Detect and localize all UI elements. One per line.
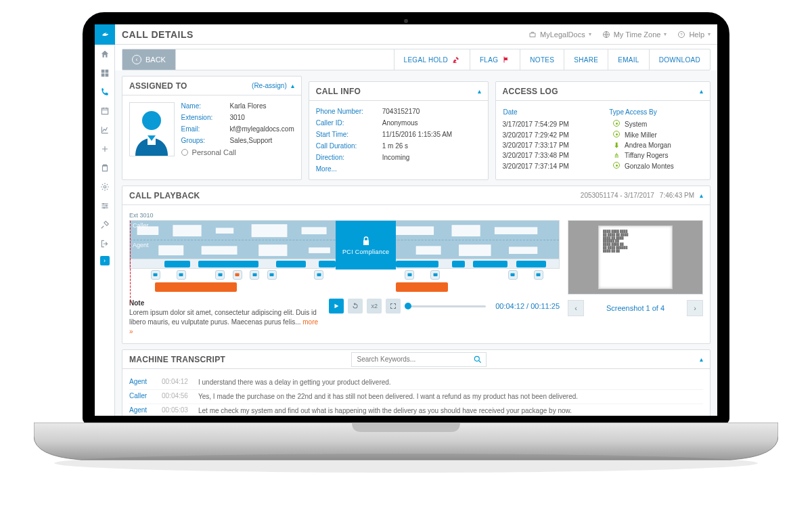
marker[interactable] [430, 270, 440, 280]
sidebar-home-icon[interactable] [95, 45, 115, 64]
marker[interactable] [405, 270, 414, 280]
sidebar-logout-icon[interactable] [95, 234, 115, 253]
svg-rect-23 [416, 246, 441, 255]
access-by: Andrea Morgan [625, 140, 703, 150]
note-text: Lorem ipsum dolor sit amet, consectetur … [129, 309, 317, 326]
expand-button[interactable] [386, 299, 401, 314]
transcript-search-input[interactable] [351, 352, 487, 367]
collapse-icon[interactable]: ▴ [478, 87, 481, 95]
sidebar-phone-icon[interactable] [95, 83, 115, 102]
personal-call-toggle[interactable]: Personal Call [181, 148, 294, 156]
radio-icon [181, 149, 188, 156]
marker-active[interactable] [233, 270, 242, 280]
flag-icon [502, 56, 510, 64]
svg-rect-24 [459, 244, 491, 256]
svg-rect-29 [235, 273, 240, 276]
collapse-icon[interactable]: ▴ [700, 192, 703, 199]
call-info-title: CALL INFO [316, 87, 478, 96]
timezone-selector[interactable]: My Time Zone ▾ [602, 30, 667, 39]
marker[interactable] [508, 270, 518, 280]
notes-button[interactable]: NOTES [520, 49, 564, 70]
flag-segment[interactable] [155, 282, 237, 292]
svg-rect-36 [537, 273, 541, 276]
start-label: Start Time: [316, 131, 377, 138]
name-label: Name: [181, 102, 225, 110]
rewind-button[interactable] [348, 299, 363, 314]
svg-rect-20 [258, 244, 287, 256]
access-date: 3/20/2017 7:33:48 PM [503, 150, 609, 160]
access-date: 3/20/2017 7:33:17 PM [503, 140, 609, 150]
seek-slider[interactable] [405, 305, 486, 307]
timestamp: 00:04:56 [162, 392, 191, 402]
sidebar-chart-icon[interactable] [95, 121, 115, 139]
collapse-icon[interactable]: ▴ [291, 82, 294, 89]
playback-meta-id: 2053051174 - 3/17/2017 [581, 192, 654, 199]
marker[interactable] [250, 270, 259, 280]
more-link[interactable]: More... [316, 165, 337, 173]
sidebar-tools-icon[interactable] [95, 215, 115, 234]
marker[interactable] [215, 270, 225, 280]
marker[interactable] [534, 270, 543, 280]
sidebar-expand-button[interactable]: › [100, 256, 110, 265]
gavel-icon [452, 56, 460, 64]
app-logo[interactable] [95, 24, 115, 45]
marker[interactable] [151, 270, 160, 280]
svg-point-1 [102, 203, 104, 204]
marker[interactable] [267, 270, 277, 280]
transcript-row: Agent00:05:03Let me check my system and … [129, 404, 703, 416]
laptop-base [34, 423, 778, 482]
search-icon[interactable] [473, 355, 482, 366]
avatar [129, 102, 175, 156]
next-screenshot-button[interactable]: › [687, 300, 703, 316]
access-log-row: 3/20/2017 7:33:17 PM⬇Andrea Morgan [503, 140, 704, 150]
legal-hold-button[interactable]: LEGAL HOLD [394, 49, 470, 70]
sidebar-sliders-icon[interactable] [95, 196, 115, 215]
direction-label: Direction: [316, 154, 377, 161]
screenshot-thumbnail[interactable]: ████ ████ ██████ ████ ██ ████████ ██ ███… [568, 220, 703, 295]
prev-screenshot-button[interactable]: ‹ [568, 300, 584, 316]
sidebar-settings-icon[interactable] [95, 177, 115, 196]
svg-rect-28 [218, 273, 222, 276]
email-label: Email: [181, 125, 225, 133]
reassign-link[interactable]: (Re-assign) [252, 82, 287, 89]
svg-text:?: ? [681, 33, 683, 37]
sidebar-calendar-icon[interactable] [95, 102, 115, 121]
sidebar-plus-icon[interactable] [95, 139, 115, 158]
svg-rect-30 [252, 273, 256, 276]
transcript-panel: MACHINE TRANSCRIPT ▴ Agent [122, 349, 710, 416]
briefcase-icon [528, 30, 537, 39]
collapse-icon[interactable]: ▴ [700, 355, 703, 363]
speed-button[interactable]: x2 [367, 299, 382, 314]
marker[interactable] [177, 270, 186, 280]
callerid-value: Anonymous [382, 119, 481, 127]
help-menu[interactable]: ? Help ▾ [677, 30, 710, 39]
play-button[interactable] [329, 299, 344, 314]
marker[interactable] [314, 270, 323, 280]
note-block: Note Lorem ipsum dolor sit amet, consect… [129, 299, 319, 337]
access-by: Mike Miller [625, 129, 703, 140]
svg-rect-32 [317, 273, 321, 276]
collapse-icon[interactable]: ▴ [700, 87, 703, 95]
email-button[interactable]: EMAIL [608, 49, 649, 70]
message: I understand there was a delay in gettin… [198, 378, 703, 387]
message: Let me check my system and find out what… [198, 406, 703, 416]
svg-rect-18 [158, 245, 183, 255]
globe-icon [602, 30, 610, 39]
download-button[interactable]: DOWNLOAD [649, 49, 710, 70]
svg-point-37 [474, 356, 479, 361]
sidebar-grid-icon[interactable] [95, 64, 115, 83]
access-type-icon [608, 160, 625, 171]
back-button[interactable]: ‹ BACK [122, 49, 176, 70]
sidebar-clipboard-icon[interactable] [95, 158, 115, 177]
caller-lane-label: Caller [133, 222, 149, 229]
page-title: CALL DETAILS [122, 29, 518, 40]
org-selector[interactable]: MyLegalDocs ▾ [528, 30, 591, 39]
waveform-tracks[interactable]: Caller [129, 220, 560, 269]
marker-row [129, 269, 560, 281]
access-type-icon: ⬇ [608, 140, 625, 150]
svg-rect-25 [509, 246, 537, 254]
share-button[interactable]: SHARE [564, 49, 608, 70]
flag-segment[interactable] [396, 282, 447, 292]
flag-button[interactable]: FLAG [470, 49, 520, 70]
speaker: Agent [129, 406, 155, 416]
